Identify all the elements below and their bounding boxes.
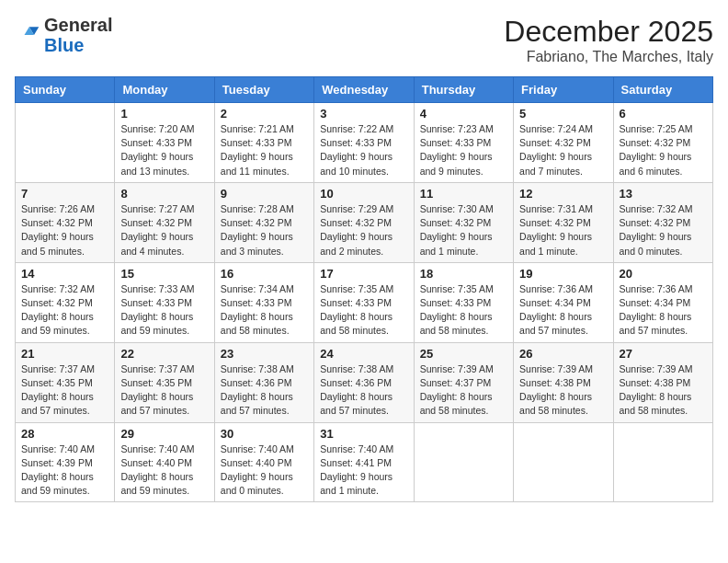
day-info: Sunrise: 7:38 AMSunset: 4:36 PMDaylight:… bbox=[320, 362, 407, 419]
day-number: 2 bbox=[221, 107, 308, 121]
day-number: 7 bbox=[21, 187, 108, 201]
day-number: 10 bbox=[320, 187, 407, 201]
calendar-cell: 17Sunrise: 7:35 AMSunset: 4:33 PMDayligh… bbox=[314, 262, 414, 342]
day-number: 9 bbox=[221, 187, 308, 201]
day-info: Sunrise: 7:32 AMSunset: 4:32 PMDaylight:… bbox=[21, 282, 108, 339]
day-header-sunday: Sunday bbox=[16, 77, 115, 103]
calendar-cell: 7Sunrise: 7:26 AMSunset: 4:32 PMDaylight… bbox=[16, 182, 115, 262]
day-info: Sunrise: 7:34 AMSunset: 4:33 PMDaylight:… bbox=[221, 282, 308, 339]
calendar-cell: 1Sunrise: 7:20 AMSunset: 4:33 PMDaylight… bbox=[115, 103, 214, 183]
calendar-cell: 31Sunrise: 7:40 AMSunset: 4:41 PMDayligh… bbox=[314, 422, 414, 502]
day-number: 1 bbox=[120, 107, 208, 121]
day-info: Sunrise: 7:39 AMSunset: 4:38 PMDaylight:… bbox=[620, 362, 707, 419]
calendar-cell: 28Sunrise: 7:40 AMSunset: 4:39 PMDayligh… bbox=[16, 422, 115, 502]
day-info: Sunrise: 7:24 AMSunset: 4:32 PMDaylight:… bbox=[519, 122, 607, 178]
logo-icon bbox=[15, 22, 40, 48]
day-info: Sunrise: 7:31 AMSunset: 4:32 PMDaylight:… bbox=[519, 202, 607, 259]
day-number: 29 bbox=[120, 427, 208, 441]
day-number: 26 bbox=[519, 347, 607, 361]
day-info: Sunrise: 7:37 AMSunset: 4:35 PMDaylight:… bbox=[120, 362, 208, 419]
calendar-cell: 30Sunrise: 7:40 AMSunset: 4:40 PMDayligh… bbox=[214, 422, 313, 502]
logo-blue-text: Blue bbox=[44, 35, 84, 55]
calendar-cell: 24Sunrise: 7:38 AMSunset: 4:36 PMDayligh… bbox=[314, 342, 414, 422]
day-number: 16 bbox=[221, 267, 308, 281]
day-number: 17 bbox=[320, 267, 407, 281]
calendar-cell: 16Sunrise: 7:34 AMSunset: 4:33 PMDayligh… bbox=[214, 262, 313, 342]
day-info: Sunrise: 7:27 AMSunset: 4:32 PMDaylight:… bbox=[120, 202, 208, 259]
calendar-cell bbox=[514, 422, 613, 502]
calendar-cell: 20Sunrise: 7:36 AMSunset: 4:34 PMDayligh… bbox=[613, 262, 712, 342]
calendar-cell: 14Sunrise: 7:32 AMSunset: 4:32 PMDayligh… bbox=[16, 262, 115, 342]
calendar-cell: 4Sunrise: 7:23 AMSunset: 4:33 PMDaylight… bbox=[414, 103, 513, 183]
location-title: Fabriano, The Marches, Italy bbox=[504, 49, 713, 65]
day-header-monday: Monday bbox=[115, 77, 214, 103]
day-header-wednesday: Wednesday bbox=[314, 77, 414, 103]
week-row-2: 7Sunrise: 7:26 AMSunset: 4:32 PMDaylight… bbox=[16, 182, 713, 262]
day-number: 13 bbox=[620, 187, 707, 201]
week-row-5: 28Sunrise: 7:40 AMSunset: 4:39 PMDayligh… bbox=[16, 422, 713, 502]
day-number: 20 bbox=[620, 267, 707, 281]
day-info: Sunrise: 7:36 AMSunset: 4:34 PMDaylight:… bbox=[519, 282, 607, 339]
calendar-cell: 12Sunrise: 7:31 AMSunset: 4:32 PMDayligh… bbox=[514, 182, 613, 262]
day-info: Sunrise: 7:39 AMSunset: 4:37 PMDaylight:… bbox=[420, 362, 507, 419]
day-number: 12 bbox=[519, 187, 607, 201]
day-header-tuesday: Tuesday bbox=[214, 77, 313, 103]
calendar-cell: 11Sunrise: 7:30 AMSunset: 4:32 PMDayligh… bbox=[414, 182, 513, 262]
day-info: Sunrise: 7:36 AMSunset: 4:34 PMDaylight:… bbox=[620, 282, 707, 339]
days-header-row: SundayMondayTuesdayWednesdayThursdayFrid… bbox=[16, 77, 713, 103]
day-number: 11 bbox=[420, 187, 507, 201]
day-header-thursday: Thursday bbox=[414, 77, 513, 103]
day-number: 5 bbox=[519, 107, 607, 121]
logo-general-text: General bbox=[44, 15, 112, 35]
calendar-cell: 6Sunrise: 7:25 AMSunset: 4:32 PMDaylight… bbox=[613, 103, 712, 183]
day-info: Sunrise: 7:25 AMSunset: 4:32 PMDaylight:… bbox=[620, 122, 707, 178]
day-number: 19 bbox=[519, 267, 607, 281]
day-number: 8 bbox=[120, 187, 208, 201]
calendar-cell: 29Sunrise: 7:40 AMSunset: 4:40 PMDayligh… bbox=[115, 422, 214, 502]
calendar-cell: 15Sunrise: 7:33 AMSunset: 4:33 PMDayligh… bbox=[115, 262, 214, 342]
calendar-cell: 8Sunrise: 7:27 AMSunset: 4:32 PMDaylight… bbox=[115, 182, 214, 262]
day-number: 30 bbox=[221, 427, 308, 441]
day-number: 14 bbox=[21, 267, 108, 281]
day-info: Sunrise: 7:38 AMSunset: 4:36 PMDaylight:… bbox=[221, 362, 308, 419]
day-info: Sunrise: 7:39 AMSunset: 4:38 PMDaylight:… bbox=[519, 362, 607, 419]
title-block: December 2025 Fabriano, The Marches, Ita… bbox=[504, 15, 713, 65]
day-info: Sunrise: 7:40 AMSunset: 4:40 PMDaylight:… bbox=[221, 442, 308, 499]
calendar-cell bbox=[414, 422, 513, 502]
calendar-cell: 2Sunrise: 7:21 AMSunset: 4:33 PMDaylight… bbox=[214, 103, 313, 183]
calendar-cell: 9Sunrise: 7:28 AMSunset: 4:32 PMDaylight… bbox=[214, 182, 313, 262]
day-header-friday: Friday bbox=[514, 77, 613, 103]
calendar-cell: 19Sunrise: 7:36 AMSunset: 4:34 PMDayligh… bbox=[514, 262, 613, 342]
calendar-cell: 10Sunrise: 7:29 AMSunset: 4:32 PMDayligh… bbox=[314, 182, 414, 262]
day-number: 31 bbox=[320, 427, 407, 441]
calendar-cell: 26Sunrise: 7:39 AMSunset: 4:38 PMDayligh… bbox=[514, 342, 613, 422]
day-number: 18 bbox=[420, 267, 507, 281]
day-number: 21 bbox=[21, 347, 108, 361]
calendar-cell bbox=[613, 422, 712, 502]
logo: General Blue bbox=[15, 15, 112, 55]
day-number: 27 bbox=[620, 347, 707, 361]
calendar-cell: 13Sunrise: 7:32 AMSunset: 4:32 PMDayligh… bbox=[613, 182, 712, 262]
day-info: Sunrise: 7:35 AMSunset: 4:33 PMDaylight:… bbox=[320, 282, 407, 339]
day-number: 25 bbox=[420, 347, 507, 361]
day-number: 4 bbox=[420, 107, 507, 121]
day-info: Sunrise: 7:40 AMSunset: 4:39 PMDaylight:… bbox=[21, 442, 108, 499]
calendar-cell: 23Sunrise: 7:38 AMSunset: 4:36 PMDayligh… bbox=[214, 342, 313, 422]
day-info: Sunrise: 7:29 AMSunset: 4:32 PMDaylight:… bbox=[320, 202, 407, 259]
day-number: 22 bbox=[120, 347, 208, 361]
day-info: Sunrise: 7:40 AMSunset: 4:41 PMDaylight:… bbox=[320, 442, 407, 499]
calendar-cell bbox=[16, 103, 115, 183]
day-info: Sunrise: 7:37 AMSunset: 4:35 PMDaylight:… bbox=[21, 362, 108, 419]
calendar-cell: 21Sunrise: 7:37 AMSunset: 4:35 PMDayligh… bbox=[16, 342, 115, 422]
calendar-cell: 3Sunrise: 7:22 AMSunset: 4:33 PMDaylight… bbox=[314, 103, 414, 183]
calendar-cell: 27Sunrise: 7:39 AMSunset: 4:38 PMDayligh… bbox=[613, 342, 712, 422]
day-number: 15 bbox=[120, 267, 208, 281]
day-number: 3 bbox=[320, 107, 407, 121]
week-row-4: 21Sunrise: 7:37 AMSunset: 4:35 PMDayligh… bbox=[16, 342, 713, 422]
day-info: Sunrise: 7:33 AMSunset: 4:33 PMDaylight:… bbox=[120, 282, 208, 339]
day-info: Sunrise: 7:28 AMSunset: 4:32 PMDaylight:… bbox=[221, 202, 308, 259]
day-number: 6 bbox=[620, 107, 707, 121]
day-number: 24 bbox=[320, 347, 407, 361]
day-number: 28 bbox=[21, 427, 108, 441]
day-info: Sunrise: 7:23 AMSunset: 4:33 PMDaylight:… bbox=[420, 122, 507, 178]
